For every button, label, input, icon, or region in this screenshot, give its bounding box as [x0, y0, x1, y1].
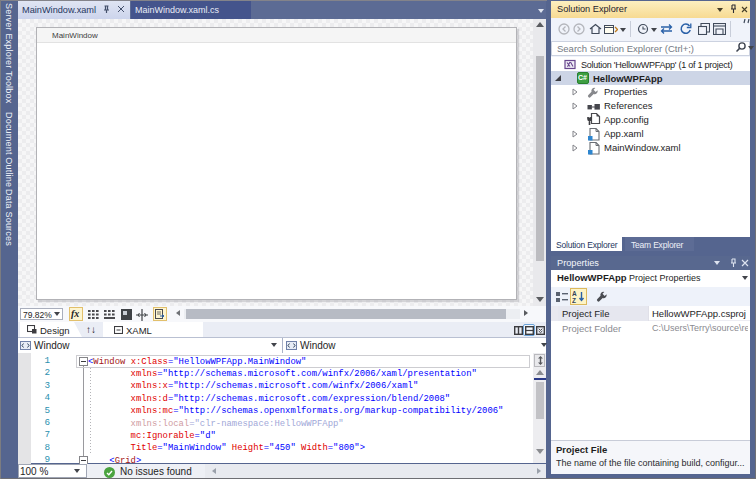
- svg-text:A: A: [572, 290, 577, 297]
- svg-text:Z: Z: [572, 297, 576, 303]
